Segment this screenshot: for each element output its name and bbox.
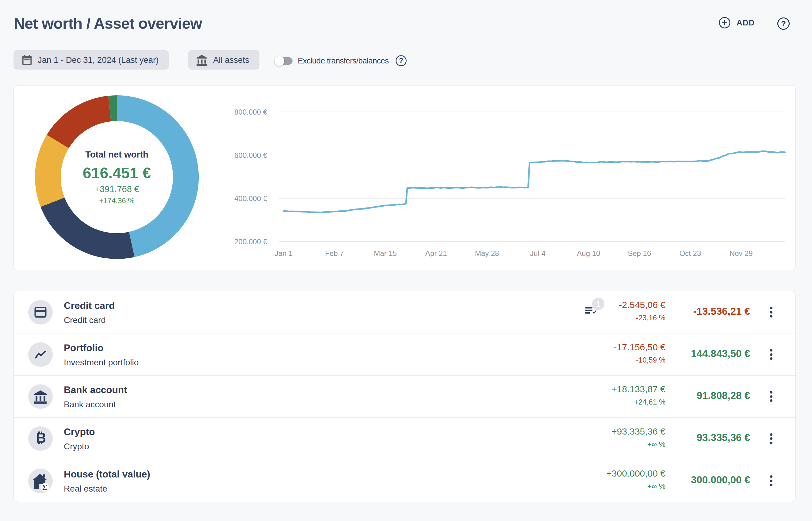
svg-text:Nov 29: Nov 29 — [729, 249, 753, 257]
svg-text:?: ? — [399, 57, 403, 65]
svg-text:800.000 €: 800.000 € — [234, 108, 267, 116]
svg-text:200.000 €: 200.000 € — [234, 237, 267, 246]
svg-text:Σ: Σ — [42, 483, 47, 492]
svg-text:Apr 21: Apr 21 — [425, 249, 447, 257]
svg-text:?: ? — [781, 19, 786, 28]
svg-text:Jul 4: Jul 4 — [530, 249, 546, 257]
svg-text:May 28: May 28 — [475, 249, 499, 257]
svg-text:Feb 7: Feb 7 — [325, 249, 344, 257]
svg-text:400.000 €: 400.000 € — [234, 194, 267, 203]
svg-text:Mar 15: Mar 15 — [374, 249, 397, 257]
svg-text:Aug 10: Aug 10 — [577, 249, 600, 257]
svg-text:600.000 €: 600.000 € — [234, 151, 267, 159]
svg-text:Sep 16: Sep 16 — [628, 249, 651, 257]
svg-text:Jan 1: Jan 1 — [275, 249, 293, 257]
svg-text:Oct 23: Oct 23 — [680, 249, 701, 257]
